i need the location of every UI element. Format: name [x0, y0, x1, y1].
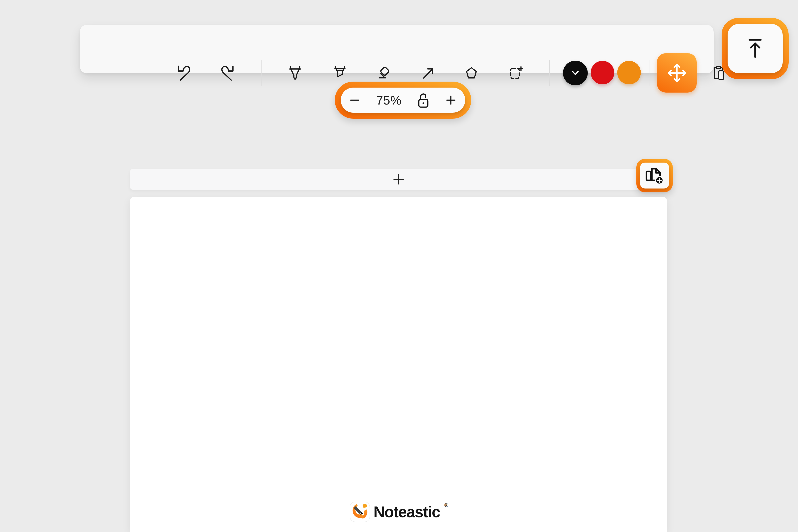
eraser-icon — [377, 66, 392, 80]
zoom-out-button[interactable] — [349, 95, 360, 105]
toolbar-divider — [549, 60, 550, 86]
move-tool-button[interactable] — [657, 53, 697, 93]
move-icon — [666, 62, 688, 84]
plus-icon — [445, 95, 456, 106]
noteastic-logo-icon — [349, 502, 370, 522]
app-root: { "branding": { "name": "Noteastic", "re… — [0, 0, 798, 532]
chevron-down-icon — [570, 67, 581, 79]
upload-button-face — [727, 24, 783, 73]
arrow-icon — [422, 66, 435, 79]
plus-icon — [393, 173, 405, 186]
noteastic-watermark: Noteastic ® — [349, 502, 447, 522]
unlock-icon — [418, 92, 429, 108]
brand-name: Noteastic — [374, 503, 440, 521]
minus-icon — [349, 95, 360, 105]
redo-button[interactable] — [212, 58, 242, 88]
registered-mark: ® — [444, 502, 448, 508]
arrow-up-to-line-icon — [746, 38, 764, 59]
pen-tool-button[interactable] — [280, 58, 310, 88]
pentagon-icon — [465, 66, 478, 80]
drawing-toolbar — [80, 25, 714, 73]
zoom-value: 75% — [376, 93, 402, 107]
redo-icon — [220, 64, 235, 81]
color-swatch-black[interactable] — [563, 61, 588, 86]
undo-icon — [176, 64, 192, 81]
select-tool-button[interactable] — [501, 58, 531, 88]
add-page-icon — [645, 166, 664, 185]
color-swatch-orange[interactable] — [617, 61, 641, 84]
highlighter-icon — [334, 65, 346, 81]
color-swatch-red[interactable] — [591, 61, 614, 84]
zoom-lock-button[interactable] — [418, 92, 429, 108]
add-page-bar[interactable] — [130, 169, 667, 190]
upload-button[interactable] — [722, 18, 788, 79]
selection-icon — [509, 66, 523, 80]
undo-button[interactable] — [169, 58, 199, 88]
zoom-control: 75% — [335, 81, 471, 119]
toolbar-divider — [650, 60, 650, 86]
zoom-control-face: 75% — [341, 88, 465, 113]
pen-icon — [289, 65, 301, 81]
zoom-in-button[interactable] — [445, 95, 456, 106]
new-page-button[interactable] — [636, 159, 673, 192]
new-page-button-face — [640, 163, 669, 189]
notebook-page[interactable]: Noteastic ® — [130, 197, 667, 532]
toolbar-divider — [261, 60, 262, 86]
